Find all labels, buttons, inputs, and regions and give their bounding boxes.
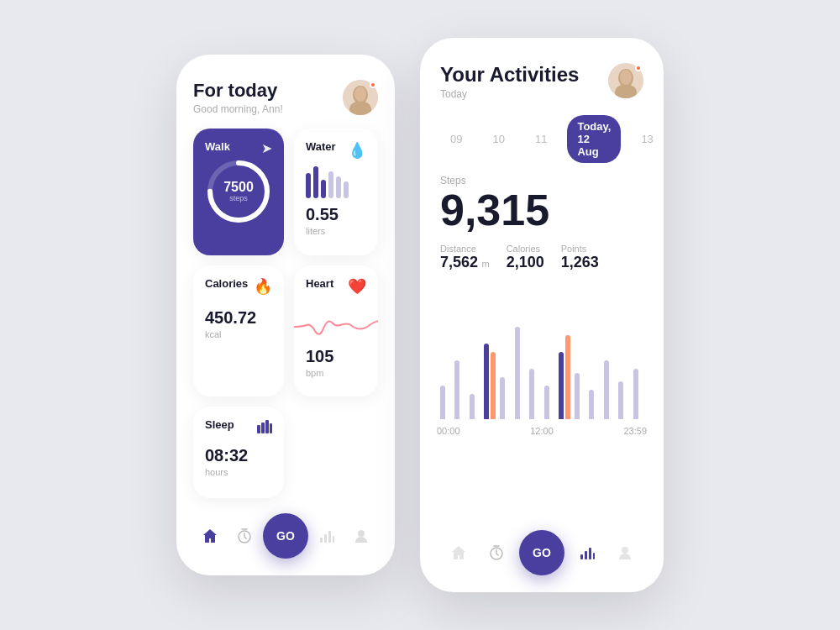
bar-o-9 [565, 335, 570, 419]
bar-group-13 [618, 381, 628, 419]
stat-calories-label: Calories [507, 244, 544, 254]
right-home-icon [450, 544, 467, 561]
left-title: For today [193, 80, 283, 102]
right-nav-timer-button[interactable] [481, 538, 512, 568]
svg-rect-7 [261, 423, 265, 433]
bar-p-12 [604, 360, 609, 419]
nav-timer-button[interactable] [229, 521, 260, 551]
bar-p-11 [589, 390, 594, 419]
right-chart-icon [579, 544, 596, 561]
grid-placeholder [294, 407, 378, 498]
nav-home-button[interactable] [195, 521, 225, 551]
fire-icon: 🔥 [254, 277, 272, 296]
bar-p-7 [529, 369, 534, 419]
profile-icon [353, 528, 370, 544]
right-header: Your Activities Today [440, 63, 643, 100]
bar-group-7 [529, 369, 539, 419]
stat-points-label: Points [561, 244, 599, 254]
svg-rect-13 [328, 531, 331, 543]
bar-group-9 [559, 335, 570, 419]
walk-steps-unit: steps [223, 194, 254, 202]
walk-card[interactable]: Walk ➤ 7500 steps [193, 129, 284, 255]
water-bar-3 [321, 180, 326, 198]
right-title: Your Activities [440, 63, 579, 87]
heart-card[interactable]: Heart ❤️ 105 bpm [294, 265, 378, 397]
right-nav-go-button[interactable]: GO [519, 530, 564, 575]
walk-arrow-icon: ➤ [261, 140, 272, 156]
right-phone: Your Activities Today 09 10 11 [420, 38, 664, 592]
svg-rect-14 [333, 536, 334, 543]
sleep-card[interactable]: Sleep 08:32 hours [193, 407, 284, 498]
stat-calories: Calories 2,100 [507, 244, 544, 271]
sleep-icon [257, 420, 272, 437]
bar-group-12 [604, 360, 614, 419]
calories-value: 450.72 [205, 308, 272, 328]
date-item-11[interactable]: 11 [525, 128, 557, 150]
bar-p-4 [484, 344, 489, 419]
right-avatar[interactable] [608, 63, 643, 98]
calories-card[interactable]: Calories 🔥 450.72 kcal [193, 265, 284, 397]
water-card[interactable]: Water 💧 0.55 liters [294, 129, 378, 255]
bar-group-4 [484, 344, 496, 419]
svg-point-3 [354, 87, 366, 102]
nav-profile-button[interactable] [346, 521, 376, 551]
right-bottom-nav: GO [440, 522, 643, 575]
water-value: 0.55 [306, 205, 366, 224]
timer-icon [236, 528, 253, 544]
walk-progress-circle: 7500 steps [205, 158, 272, 225]
steps-value: 9,315 [440, 188, 643, 232]
date-item-today[interactable]: Today, 12 Aug [567, 115, 621, 163]
bar-o-4 [491, 352, 496, 419]
bar-group-14 [633, 369, 643, 419]
water-bar-1 [306, 173, 311, 198]
walk-steps-value: 7500 [223, 181, 254, 194]
walk-steps-text: 7500 steps [223, 181, 254, 202]
right-nav-home-button[interactable] [444, 538, 474, 568]
water-bar-5 [336, 176, 341, 198]
water-bar-6 [344, 181, 349, 198]
phones-container: For today Good morning, Ann! [176, 38, 664, 592]
svg-rect-11 [320, 538, 323, 543]
bar-p-14 [633, 369, 638, 419]
sleep-label: Sleep [205, 418, 234, 431]
date-item-13[interactable]: 13 [631, 128, 663, 150]
water-bar-2 [313, 166, 318, 198]
bar-group-10 [575, 373, 585, 419]
bar-p-2 [454, 360, 459, 419]
chart-label-mid: 12:00 [530, 426, 554, 436]
stat-distance: Distance 7,562 m [440, 244, 490, 271]
water-drop-icon: 💧 [348, 141, 366, 160]
svg-point-19 [620, 70, 632, 85]
heart-icon: ❤️ [348, 277, 366, 296]
svg-rect-12 [324, 534, 327, 543]
svg-rect-22 [585, 551, 587, 559]
left-phone: For today Good morning, Ann! [176, 55, 395, 575]
date-strip: 09 10 11 Today, 12 Aug 13 14 15 [440, 115, 643, 163]
chart-icon [318, 528, 335, 544]
bar-p-9 [559, 352, 564, 419]
avatar[interactable] [343, 80, 378, 115]
calories-unit: kcal [205, 329, 272, 339]
heart-label: Heart [306, 277, 333, 290]
nav-go-button[interactable]: GO [263, 513, 308, 559]
date-item-10[interactable]: 10 [482, 128, 514, 150]
water-bars [306, 165, 366, 198]
right-profile-icon [617, 544, 633, 561]
bar-p-13 [618, 381, 623, 419]
bar-p-5 [500, 377, 505, 419]
left-bottom-nav: GO [193, 505, 378, 559]
date-item-09[interactable]: 09 [440, 128, 472, 150]
sleep-value: 08:32 [205, 446, 272, 465]
nav-chart-button[interactable] [312, 521, 342, 551]
svg-point-15 [358, 530, 365, 537]
svg-rect-21 [580, 554, 583, 559]
right-nav-profile-button[interactable] [610, 538, 640, 568]
svg-rect-8 [265, 420, 269, 433]
bar-group-1 [440, 386, 450, 419]
stats-row: Distance 7,562 m Calories 2,100 Points 1… [440, 244, 643, 271]
right-nav-chart-button[interactable] [572, 538, 602, 568]
heart-rate-chart [294, 302, 378, 344]
bar-group-5 [500, 377, 510, 419]
bar-p-3 [470, 394, 475, 419]
left-greeting: Good morning, Ann! [193, 103, 283, 115]
